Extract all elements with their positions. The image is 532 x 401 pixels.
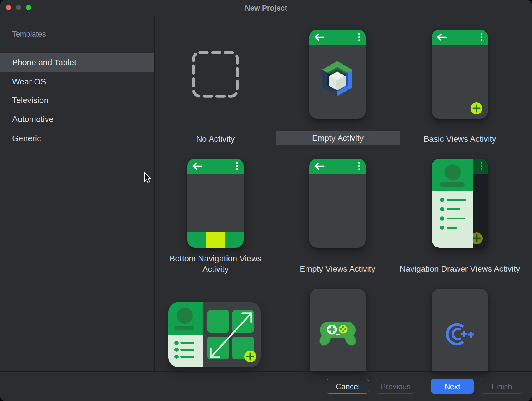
- template-label-empty-views-activity: Empty Views Activity: [278, 264, 397, 274]
- sidebar-divider: [154, 15, 155, 371]
- mouse-cursor: [144, 172, 152, 184]
- phone-appbar: [309, 30, 366, 45]
- native-cpp-phone-preview: [432, 289, 488, 371]
- back-arrow-icon: [192, 162, 202, 170]
- template-label-basic-views-activity: Basic Views Activity: [401, 134, 519, 144]
- bottom-nav-segment: [225, 232, 244, 248]
- fab-plus-icon: [244, 351, 256, 362]
- empty-activity-phone-preview: [309, 30, 366, 119]
- previous-button[interactable]: Previous: [376, 379, 415, 394]
- kebab-menu-icon: [480, 33, 483, 42]
- sidebar-item-generic[interactable]: Generic: [0, 129, 154, 148]
- footer-divider: [0, 371, 532, 372]
- drawer-name-placeholder: [440, 182, 465, 187]
- kebab-menu-icon: [236, 162, 238, 171]
- nav-drawer-phone-preview: [432, 159, 488, 248]
- finish-button[interactable]: Finish: [481, 379, 523, 394]
- avatar: [445, 164, 461, 180]
- tablet-drawer-menu: [168, 335, 203, 367]
- game-activity-phone-preview: [310, 289, 366, 371]
- template-label-navigation-drawer-views-activity: Navigation Drawer Views Activity: [395, 264, 525, 274]
- kebab-menu-icon: [480, 162, 483, 171]
- phone-appbar: [187, 159, 244, 174]
- sidebar-item-television[interactable]: Television: [0, 91, 154, 110]
- titlebar: New Project: [0, 0, 532, 15]
- back-arrow-icon: [314, 162, 325, 170]
- window-title: New Project: [0, 0, 532, 15]
- back-arrow-icon: [314, 33, 325, 41]
- cancel-button[interactable]: Cancel: [327, 379, 369, 394]
- gamepad-icon: [318, 321, 357, 348]
- dashed-frame-icon: [192, 51, 239, 98]
- sidebar-item-phone-and-tablet[interactable]: Phone and Tablet: [0, 53, 154, 72]
- template-label-bottom-navigation-views-activity: Bottom Navigation Views Activity: [162, 253, 269, 275]
- sidebar-header: Templates: [12, 28, 46, 40]
- sidebar-item-automotive[interactable]: Automotive: [0, 110, 154, 128]
- cpp-logo-icon: [438, 316, 482, 352]
- drawer-header: [432, 159, 473, 191]
- back-arrow-icon: [436, 33, 447, 41]
- kebab-menu-icon: [358, 33, 360, 42]
- kebab-menu-icon: [358, 162, 360, 171]
- bottom-nav-segment: [187, 232, 206, 248]
- new-project-dialog: New Project Templates Phone and Tablet W…: [0, 0, 532, 401]
- fab-plus-icon: [471, 102, 482, 114]
- bottom-nav-segment-selected: [206, 232, 225, 248]
- avatar: [177, 308, 193, 324]
- tablet-drawer-header: [168, 302, 203, 335]
- next-button[interactable]: Next: [431, 379, 474, 394]
- template-label-empty-activity: Empty Activity: [276, 131, 400, 145]
- bottom-nav-phone-preview: [187, 159, 244, 248]
- template-label-no-activity: No Activity: [156, 134, 275, 144]
- drawer-menu: [432, 191, 473, 248]
- jetpack-compose-logo: [321, 61, 354, 97]
- empty-views-phone-preview: [309, 159, 366, 248]
- tablet-name-placeholder: [174, 326, 194, 330]
- basic-views-phone-preview: [432, 30, 488, 119]
- nav-drawer-panel: [432, 159, 473, 248]
- template-tile-primary-detail[interactable]: [168, 302, 261, 367]
- sidebar-item-wear-os[interactable]: Wear OS: [0, 73, 154, 91]
- phone-appbar: [309, 159, 366, 174]
- phone-appbar: [432, 30, 488, 45]
